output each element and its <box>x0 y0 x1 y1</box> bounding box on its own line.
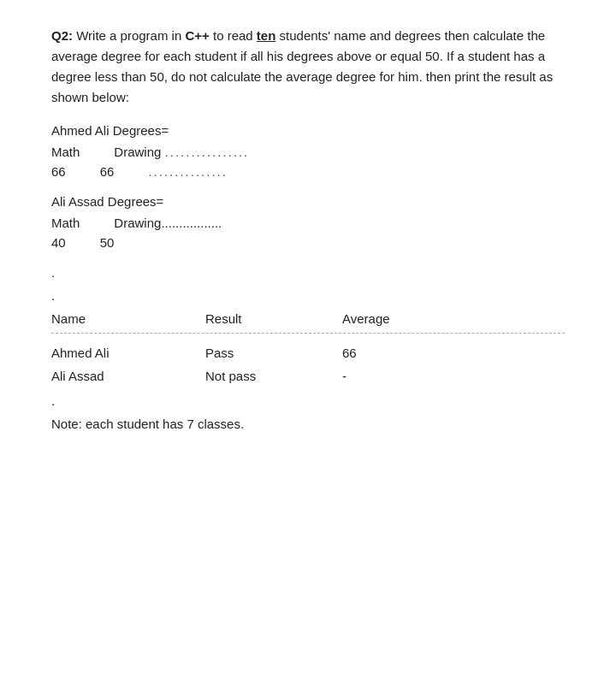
table-row-1: Ahmed Ali Pass 66 <box>51 346 565 360</box>
col-average-header: Average <box>342 311 445 326</box>
dot-line-3: . <box>51 393 565 408</box>
question-text-part2: to read <box>210 28 257 43</box>
question-label: Q2: <box>51 28 73 43</box>
student1-heading: Ahmed Ali Degrees= <box>51 123 565 138</box>
row1-name: Ahmed Ali <box>51 346 205 360</box>
student1-grade1: 66 <box>51 164 66 179</box>
note-text: Note: each student has 7 classes. <box>51 417 565 431</box>
question-text: Q2: Write a program in C++ to read ten s… <box>51 26 565 108</box>
student1-subject2: Drawing ................ <box>114 145 249 159</box>
student2-subjects-row: Math Drawing................. <box>51 216 565 230</box>
dot-line-2: . <box>51 288 565 303</box>
student2-subject2: Drawing................. <box>114 216 222 230</box>
results-table: Name Result Average Ahmed Ali Pass 66 Al… <box>51 311 565 383</box>
student2-grade2: 50 <box>100 235 115 250</box>
student1-subjects-row: Math Drawing ................ <box>51 145 565 159</box>
student1-grades-row: 66 66 ............... <box>51 164 565 179</box>
row2-result: Not pass <box>205 369 342 383</box>
table-separator <box>51 333 565 334</box>
dot-line-1: . <box>51 265 565 280</box>
student1-grade2: 66 <box>100 164 115 179</box>
row1-average: 66 <box>342 346 445 360</box>
table-header-row: Name Result Average <box>51 311 565 326</box>
row2-average: - <box>342 369 445 383</box>
col-result-header: Result <box>205 311 342 326</box>
student2-heading: Ali Assad Degrees= <box>51 194 565 209</box>
row2-name: Ali Assad <box>51 369 205 383</box>
student1-subject1: Math <box>51 145 80 159</box>
student2-subject1: Math <box>51 216 80 230</box>
row1-result: Pass <box>205 346 342 360</box>
student2-grade1: 40 <box>51 235 66 250</box>
col-name-header: Name <box>51 311 205 326</box>
student2-grades-row: 40 50 <box>51 235 565 250</box>
question-text-part1: Write a program in <box>73 28 185 43</box>
table-row-2: Ali Assad Not pass - <box>51 369 565 383</box>
ten-highlight: ten <box>257 28 276 43</box>
question-block: Q2: Write a program in C++ to read ten s… <box>51 26 565 431</box>
student1-grade-dots: ............... <box>148 164 228 179</box>
cpp-highlight: C++ <box>185 28 209 43</box>
